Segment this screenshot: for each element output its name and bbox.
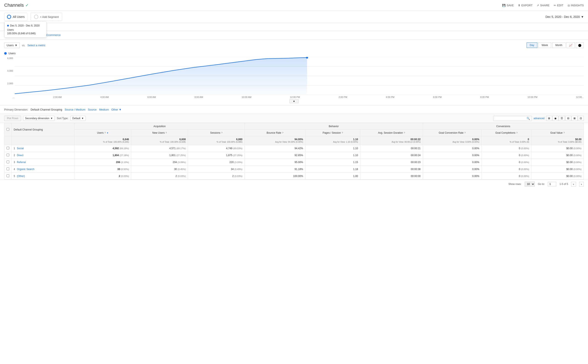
chart-collapse-button[interactable]: ▼ (289, 99, 299, 103)
save-button[interactable]: 💾 SAVE (502, 4, 514, 7)
row-2-goal-value: $0.00 (0.00%) (531, 152, 584, 159)
th-avg-session[interactable]: Avg. Session Duration ? (360, 130, 423, 136)
share-icon: ↗ (537, 4, 539, 7)
detail-view-button[interactable]: ⊡ (578, 116, 584, 121)
row-2-goal-comp-val: 0 (519, 154, 520, 157)
totals-sessions: 6,880 % of Total: 100.00% (6,880) (188, 136, 245, 145)
table-row: 3 Referral 206 (3.10%) 204 (3.09%) 220 (… (4, 159, 584, 166)
segment-all-users[interactable]: All Users Dec 5, 2020 - Dec 6, 2020 User… (4, 13, 27, 21)
row-1-sessions: 4,749 (69.03%) (188, 145, 245, 152)
compare-view-button[interactable]: ⊠ (572, 116, 577, 121)
edit-button[interactable]: ✏ EDIT (554, 4, 563, 7)
totals-bounce-value: 94.00% (295, 138, 303, 141)
line-chart-button[interactable]: 📈 (567, 42, 575, 48)
month-button[interactable]: Month (552, 42, 566, 48)
go-to-input[interactable] (548, 182, 556, 186)
th-new-users[interactable]: New Users ? (131, 130, 188, 136)
export-label: EXPORT (521, 4, 533, 7)
dim-source-link[interactable]: Source (88, 108, 97, 111)
pivot-view-button[interactable]: ⊟ (565, 116, 571, 121)
th-users[interactable]: Users ? ▼ (74, 130, 131, 136)
secondary-dimension-dropdown[interactable]: Secondary dimension ▼ (23, 116, 55, 121)
y-axis: 6,000 4,000 2,000 (4, 57, 15, 95)
row-3-checkbox[interactable] (7, 161, 9, 163)
insights-icon: ◎ (568, 4, 570, 7)
users-sort-arrow[interactable]: ▼ (107, 132, 109, 134)
row-4-users-val: 33 (117, 168, 120, 171)
row-3-link[interactable]: Referral (17, 161, 26, 164)
week-button[interactable]: Week (538, 42, 551, 48)
row-1-pages: 1.10 (305, 145, 360, 152)
share-button[interactable]: ↗ SHARE (537, 4, 549, 7)
advanced-link[interactable]: advanced (534, 117, 544, 120)
th-goal-value[interactable]: Goal Value ? (531, 130, 584, 136)
select-all-checkbox[interactable] (7, 128, 9, 131)
row-4-link[interactable]: Organic Search (17, 168, 34, 171)
dim-medium-link[interactable]: Medium (99, 108, 109, 111)
row-2-link[interactable]: Direct (17, 154, 23, 157)
goal-value-help-icon: ? (563, 131, 565, 134)
plot-rows-button[interactable]: Plot Rows (4, 116, 21, 121)
next-page-button[interactable]: › (579, 182, 584, 187)
pie-view-button[interactable]: ◉ (552, 116, 558, 121)
search-input[interactable] (495, 117, 527, 120)
row-2-goal-conv: 0.00% (423, 152, 482, 159)
segments-container: All Users Dec 5, 2020 - Dec 6, 2020 User… (4, 13, 62, 21)
th-sessions[interactable]: Sessions ? (188, 130, 245, 136)
th-bounce-rate[interactable]: Bounce Rate ? (245, 130, 305, 136)
x-label-4pm: 4:00 PM (386, 96, 395, 98)
row-5-link[interactable]: (Other) (17, 175, 25, 178)
show-rows-select[interactable]: 10 (525, 182, 535, 187)
th-pages-session[interactable]: Pages / Session ? (305, 130, 360, 136)
row-1-new-users-pct: (69.17%) (176, 147, 186, 150)
row-1-goal-conv: 0.00% (423, 145, 482, 152)
insights-button[interactable]: ◎ INSIGHTS (568, 4, 584, 7)
insights-label: INSIGHTS (571, 4, 584, 7)
row-1-checkbox[interactable] (7, 147, 9, 150)
row-2-new-users-pct: (27.25%) (176, 154, 186, 156)
th-goal-conv[interactable]: Goal Conversion Rate ? (423, 130, 482, 136)
th-goal-comp[interactable]: Goal Completions ? (482, 130, 531, 136)
chart-svg (15, 57, 584, 95)
tooltip-date: Dec 5, 2020 - Dec 6, 2020 (7, 24, 44, 27)
dim-source-medium-link[interactable]: Source / Medium (65, 108, 85, 111)
row-1-link[interactable]: Social (17, 147, 24, 150)
chart-controls: Users ▼ vs. Select a metric Day Week Mon… (0, 40, 588, 51)
row-5-checkbox[interactable] (7, 175, 9, 177)
day-button[interactable]: Day (527, 42, 537, 48)
tooltip-dot (7, 25, 9, 26)
bar-chart-button[interactable]: ⬤ (576, 42, 584, 48)
add-segment-button[interactable]: + Add Segment (31, 13, 62, 21)
dim-other-arrow: ▼ (119, 108, 122, 111)
sort-type-dropdown[interactable]: Default ▼ (70, 116, 86, 121)
row-5-goal-value: $0.00 (0.00%) (531, 173, 584, 180)
select-metric-link[interactable]: Select a metric (27, 44, 46, 47)
dim-other-label: Other (111, 108, 118, 111)
row-5-sessions-pct: (0.03%) (234, 175, 243, 177)
metric-dropdown[interactable]: Users ▼ (4, 42, 20, 48)
row-2-users-pct: (27.18%) (120, 154, 129, 156)
export-button[interactable]: ⬆ EXPORT (518, 4, 533, 7)
x-label-4am: 4:00 AM (100, 96, 109, 98)
sort-type-arrow: ▼ (81, 117, 84, 120)
row-5-users-val: 2 (119, 175, 120, 178)
row-4-checkbox[interactable] (7, 168, 9, 170)
th-users-label: Users (97, 131, 104, 134)
search-icon[interactable]: 🔍 (527, 117, 530, 120)
table-footer: Show rows: 10 Go to: 1-5 of 5 ‹ › (0, 180, 588, 188)
grid-view-button[interactable]: ⊞ (546, 116, 552, 121)
dim-other-dropdown[interactable]: Other ▼ (111, 108, 121, 111)
date-range-picker[interactable]: Dec 5, 2020 - Dec 6, 2020 ▼ (546, 15, 584, 19)
prev-page-button[interactable]: ‹ (571, 182, 576, 187)
totals-new-users-value: 6,608 (179, 138, 186, 141)
list-view-button[interactable]: ☰ (559, 116, 565, 121)
row-1-goal-comp-pct: (0.00%) (521, 147, 529, 150)
row-2-checkbox[interactable] (7, 154, 9, 156)
x-label-2pm: 2:00 PM (339, 96, 347, 98)
totals-goal-comp-value: 0 (528, 138, 529, 141)
th-goal-value-label: Goal Value (550, 131, 562, 134)
totals-avg-sub: Avg for View: 00:00:22 (0.00%) (362, 141, 421, 143)
bounce-rate-help-icon: ? (282, 131, 283, 134)
goal-comp-help-icon: ? (516, 131, 518, 134)
row-3-goal-value-pct: (0.00%) (573, 161, 581, 163)
